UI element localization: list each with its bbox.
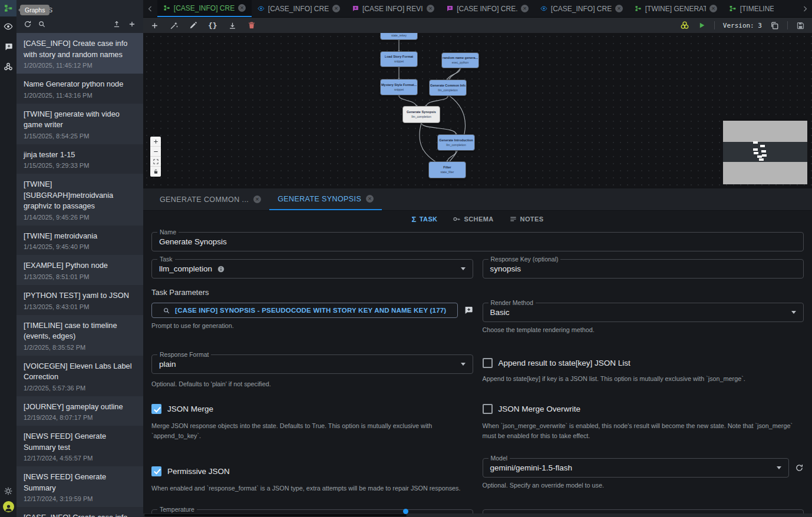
node-tab-generate-common[interactable]: GENERATE COMMON ... × <box>151 188 269 210</box>
tab-timeline[interactable]: [TIMELINE <box>723 0 780 17</box>
graph-icon <box>635 5 642 12</box>
copy-version-button[interactable] <box>770 21 779 30</box>
prompt-select-button[interactable]: [CASE INFO] SYNOPSIS - PSEUDOCODE WITH S… <box>151 303 458 318</box>
json-merge-checkbox[interactable]: JSON Merge <box>151 404 473 414</box>
close-icon[interactable]: × <box>709 5 717 12</box>
task-select[interactable]: Task llm_completion <box>151 259 473 279</box>
panel-resize-handle[interactable] <box>403 509 408 514</box>
list-item[interactable]: [PYTHON TEST] yaml to JSON1/13/2025, 8:4… <box>16 285 143 315</box>
tab-schema[interactable]: SCHEMA <box>453 215 493 223</box>
tab-case-info-graph[interactable]: [CASE_INFO] CRE... × <box>157 0 252 17</box>
graph-node[interactable]: Mystery Style Format... snippet <box>380 79 418 95</box>
delete-button[interactable] <box>247 21 256 29</box>
export-button[interactable] <box>228 21 237 30</box>
node-subtitle: snippet <box>394 88 404 92</box>
list-item[interactable]: [JOURNEY] gameplay outline12/19/2024, 8:… <box>16 396 143 426</box>
model-select[interactable]: Model gemini/gemini-1.5-flash <box>483 458 790 478</box>
info-icon[interactable] <box>217 265 225 273</box>
list-item[interactable]: [CASE_INFO] Create case info with story … <box>16 507 143 517</box>
tab-scroll-left[interactable] <box>143 0 157 17</box>
tab-task[interactable]: Σ TASK <box>412 215 438 224</box>
add-node-button[interactable] <box>150 21 159 30</box>
tab-scroll-right[interactable] <box>798 0 812 17</box>
close-icon[interactable]: × <box>253 195 261 203</box>
list-item[interactable]: [VOICEGEN] Eleven Labs Label Correction1… <box>16 356 143 396</box>
graph-canvas[interactable]: state_rekey Load Story Format snippet ra… <box>143 33 812 188</box>
scrollbar-thumb[interactable] <box>144 514 407 516</box>
close-icon[interactable]: × <box>521 5 529 12</box>
checkbox-icon[interactable] <box>151 404 161 414</box>
edit-json-button[interactable]: {} <box>208 21 217 30</box>
import-graph-button[interactable] <box>113 20 121 28</box>
node-title: Filter <box>443 165 451 170</box>
run-graph-button[interactable] <box>698 21 706 29</box>
list-item[interactable]: [TIMELINE] case to timeline (events, edg… <box>16 315 143 356</box>
tab-case-info-view[interactable]: [CASE_INFO] CRE... × <box>252 0 346 17</box>
tab-notes[interactable]: NOTES <box>509 215 544 223</box>
render-method-select[interactable]: Render Method Basic <box>483 303 804 322</box>
graph-node[interactable]: Filter state_filter <box>428 161 466 178</box>
rail-item-webhooks[interactable] <box>0 57 16 77</box>
minimap[interactable] <box>723 121 807 184</box>
tab-twine-generate[interactable]: [TWINE] GENERAT... × <box>629 0 723 17</box>
run-config-button[interactable] <box>680 21 689 30</box>
graph-title: [CASE_INFO] Create case info with story … <box>24 38 136 60</box>
list-item[interactable]: Name Generator python node1/20/2025, 11:… <box>16 74 143 104</box>
graph-node[interactable]: Load Story Format snippet <box>380 51 418 67</box>
graph-node[interactable]: state_rekey <box>380 33 418 40</box>
close-icon[interactable]: × <box>238 4 246 12</box>
edit-button[interactable] <box>189 21 197 29</box>
zoom-out-button[interactable] <box>150 147 161 157</box>
graph-timestamp: 12/19/2024, 8:07:17 PM <box>24 414 136 421</box>
new-prompt-button[interactable] <box>464 306 473 315</box>
graph-title: [EXAMPLE] Python node <box>24 260 136 271</box>
refresh-graphs-button[interactable] <box>24 20 32 28</box>
graph-node[interactable]: Generate Introduction llm_completion <box>437 134 475 151</box>
close-icon[interactable]: × <box>615 5 623 12</box>
list-item[interactable]: [CASE_INFO] Create case info with story … <box>16 33 143 74</box>
helper-text: Prompt to use for generation. <box>151 321 473 330</box>
app-logo[interactable] <box>0 0 16 16</box>
node-tab-generate-synopsis[interactable]: GENERATE SYNOPSIS × <box>269 188 382 210</box>
checkbox-icon[interactable] <box>151 466 161 476</box>
close-icon[interactable]: × <box>366 195 374 203</box>
permissive-json-checkbox[interactable]: Permissive JSON <box>151 466 473 476</box>
graph-title: [NEWS FEED] Generate Summary <box>24 472 136 493</box>
graph-node[interactable]: random name genera... exec_python <box>441 52 479 68</box>
zoom-in-button[interactable] <box>150 137 161 147</box>
search-graphs-button[interactable] <box>38 20 46 28</box>
append-to-key-checkbox[interactable]: Append result to state[key] JSON List <box>483 358 804 368</box>
rail-item-prompts[interactable] <box>0 37 16 57</box>
fit-view-button[interactable] <box>150 157 161 167</box>
tab-case-info-review-prompt[interactable]: [CASE INFO] REVI... × <box>346 0 440 17</box>
list-item[interactable]: [TWINE] metroidvania1/14/2025, 9:45:40 P… <box>16 226 143 256</box>
list-item[interactable]: [TWINE][SUBGRAPH]metroidvania graphviz t… <box>16 174 143 226</box>
list-item[interactable]: [NEWS FEED] Generate Summary test12/17/2… <box>16 426 143 466</box>
json-merge-overwrite-checkbox[interactable]: JSON Merge Overwrite <box>483 404 804 414</box>
list-item[interactable]: jinja tester 1-151/15/2025, 9:29:33 PM <box>16 144 143 174</box>
list-item[interactable]: [TWINE] generate with video game writer1… <box>16 104 143 144</box>
new-graph-button[interactable] <box>128 20 136 28</box>
graphs-list: [CASE_INFO] Create case info with story … <box>16 33 143 517</box>
auto-layout-button[interactable] <box>170 21 179 30</box>
settings-button[interactable] <box>0 481 16 501</box>
close-icon[interactable]: × <box>332 5 340 12</box>
checkbox-icon[interactable] <box>483 404 493 414</box>
user-avatar[interactable] <box>3 501 14 512</box>
rail-item-views[interactable] <box>0 16 16 37</box>
response-format-select[interactable]: Response Format plain <box>151 354 473 374</box>
response-key-field[interactable]: Response Key (optional) synopsis <box>483 259 804 279</box>
list-item[interactable]: [NEWS FEED] Generate Summary12/17/2024, … <box>16 466 143 507</box>
node-editor-panel: GENERATE COMMON ... × GENERATE SYNOPSIS … <box>143 188 812 517</box>
list-item[interactable]: [EXAMPLE] Python node1/13/2025, 8:51:01 … <box>16 255 143 285</box>
graph-node-selected[interactable]: Generate Synopsis llm_completion <box>402 106 440 123</box>
checkbox-icon[interactable] <box>483 358 493 368</box>
save-graph-button[interactable] <box>796 21 805 30</box>
refresh-models-button[interactable] <box>795 463 804 472</box>
lock-button[interactable] <box>150 167 161 177</box>
name-field[interactable]: Name Generate Synopsis <box>151 232 804 251</box>
graph-node[interactable]: Generate Common Info llm_completion <box>429 79 467 96</box>
tab-case-info-view-2[interactable]: [CASE_INFO] CRE... × <box>534 0 629 17</box>
close-icon[interactable]: × <box>427 5 434 12</box>
tab-case-info-create-prompt[interactable]: [CASE INFO] CRE... × <box>440 0 534 17</box>
